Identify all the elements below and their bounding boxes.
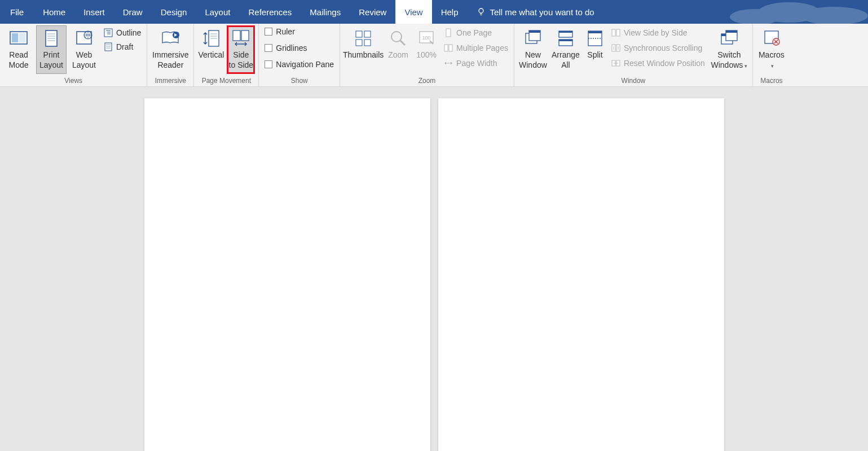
group-immersive: Immersive Reader Immersive bbox=[147, 24, 194, 86]
svg-rect-42 bbox=[529, 30, 540, 33]
lightbulb-icon bbox=[477, 7, 486, 16]
print-layout-icon bbox=[41, 28, 61, 49]
one-page-button: One Page bbox=[442, 28, 510, 38]
outline-icon bbox=[104, 28, 113, 37]
tab-draw[interactable]: Draw bbox=[114, 0, 152, 24]
new-window-button[interactable]: New Window bbox=[518, 25, 548, 74]
split-icon bbox=[585, 28, 605, 49]
draft-icon bbox=[104, 42, 113, 51]
svg-rect-51 bbox=[616, 29, 620, 36]
group-show: Ruler Gridlines Navigation Pane Show bbox=[259, 24, 340, 86]
tell-me-label: Tell me what you want to do bbox=[490, 7, 594, 17]
svg-rect-28 bbox=[241, 30, 249, 41]
print-layout-button[interactable]: Print Layout bbox=[36, 25, 67, 74]
page-width-icon bbox=[444, 59, 453, 68]
hundred-percent-button: 100 100% bbox=[413, 25, 439, 74]
svg-rect-44 bbox=[559, 31, 572, 33]
multiple-pages-button: Multiple Pages bbox=[442, 43, 510, 54]
group-zoom: Thumbnails Zoom 100 100% One Page bbox=[340, 24, 514, 86]
svg-point-2 bbox=[758, 2, 820, 23]
gridlines-checkbox[interactable]: Gridlines bbox=[262, 43, 336, 54]
macros-button[interactable]: Macros▾ bbox=[756, 25, 787, 74]
svg-rect-59 bbox=[726, 30, 737, 33]
immersive-reader-icon bbox=[160, 28, 180, 49]
group-window: New Window Arrange All Split View Side b… bbox=[514, 24, 753, 86]
group-show-label: Show bbox=[262, 76, 336, 86]
group-macros: Macros▾ Macros bbox=[753, 24, 790, 86]
svg-rect-48 bbox=[588, 31, 602, 33]
tab-mailings[interactable]: Mailings bbox=[301, 0, 350, 24]
tab-review[interactable]: Review bbox=[350, 0, 395, 24]
one-page-icon bbox=[444, 28, 453, 37]
group-macros-label: Macros bbox=[756, 76, 787, 86]
vertical-icon bbox=[201, 28, 221, 49]
checkbox-icon bbox=[265, 44, 272, 52]
ruler-checkbox[interactable]: Ruler bbox=[262, 27, 336, 37]
svg-rect-50 bbox=[612, 29, 615, 36]
reset-window-position-icon bbox=[611, 59, 620, 68]
macros-icon bbox=[761, 28, 782, 49]
tab-layout[interactable]: Layout bbox=[196, 0, 239, 24]
svg-rect-32 bbox=[364, 40, 371, 46]
switch-windows-button[interactable]: Switch Windows▾ bbox=[710, 25, 749, 74]
group-window-label: Window bbox=[518, 76, 749, 86]
zoom-button: Zoom bbox=[385, 25, 411, 74]
tab-insert[interactable]: Insert bbox=[74, 0, 114, 24]
group-views: Read Mode Print Layout Web Layout Outlin… bbox=[0, 24, 147, 86]
arrange-all-icon bbox=[556, 28, 576, 49]
svg-point-3 bbox=[800, 7, 868, 24]
svg-rect-46 bbox=[559, 40, 572, 41]
outline-button[interactable]: Outline bbox=[102, 28, 143, 38]
thumbnails-icon bbox=[353, 28, 373, 49]
view-side-by-side-button: View Side by Side bbox=[609, 28, 707, 38]
chevron-down-icon: ▾ bbox=[744, 63, 747, 69]
tab-view[interactable]: View bbox=[395, 0, 431, 24]
navigation-pane-checkbox[interactable]: Navigation Pane bbox=[262, 59, 336, 70]
menubar: File Home Insert Draw Design Layout Refe… bbox=[0, 0, 868, 24]
document-canvas[interactable] bbox=[0, 87, 868, 451]
tab-file[interactable]: File bbox=[0, 0, 34, 24]
svg-rect-31 bbox=[356, 40, 362, 46]
vertical-button[interactable]: Vertical bbox=[197, 25, 224, 74]
split-button[interactable]: Split bbox=[583, 25, 607, 74]
svg-point-0 bbox=[479, 8, 483, 13]
synchronous-scrolling-button: Synchronous Scrolling bbox=[609, 43, 707, 54]
side-to-side-icon bbox=[231, 28, 251, 49]
tab-home[interactable]: Home bbox=[34, 0, 74, 24]
ribbon: Read Mode Print Layout Web Layout Outlin… bbox=[0, 24, 868, 87]
svg-rect-18 bbox=[105, 43, 112, 51]
svg-point-1 bbox=[730, 9, 781, 24]
tab-help[interactable]: Help bbox=[432, 0, 468, 24]
document-page[interactable] bbox=[144, 98, 430, 451]
arrange-all-button[interactable]: Arrange All bbox=[550, 25, 581, 74]
tell-me-search[interactable]: Tell me what you want to do bbox=[471, 0, 600, 24]
document-page[interactable] bbox=[438, 98, 724, 451]
svg-rect-29 bbox=[356, 31, 362, 37]
decorative-clouds bbox=[721, 0, 868, 24]
group-page-movement-label: Page Movement bbox=[197, 76, 255, 86]
group-views-label: Views bbox=[3, 76, 143, 86]
switch-windows-icon bbox=[719, 28, 739, 49]
group-immersive-label: Immersive bbox=[151, 76, 190, 86]
web-layout-button[interactable]: Web Layout bbox=[69, 25, 99, 74]
zoom-icon bbox=[388, 28, 408, 49]
side-to-side-button[interactable]: Side to Side bbox=[227, 25, 255, 74]
reset-window-position-button: Reset Window Position bbox=[609, 58, 707, 69]
chevron-down-icon: ▾ bbox=[771, 63, 774, 69]
immersive-reader-button[interactable]: Immersive Reader bbox=[151, 25, 190, 74]
tab-references[interactable]: References bbox=[239, 0, 301, 24]
svg-line-34 bbox=[400, 41, 405, 45]
read-mode-button[interactable]: Read Mode bbox=[3, 25, 34, 74]
multiple-pages-icon bbox=[444, 43, 453, 52]
thumbnails-button[interactable]: Thumbnails bbox=[343, 25, 383, 74]
tab-design[interactable]: Design bbox=[152, 0, 196, 24]
read-mode-icon bbox=[8, 28, 29, 49]
svg-rect-39 bbox=[449, 45, 452, 51]
draft-button[interactable]: Draft bbox=[102, 42, 143, 52]
svg-text:100: 100 bbox=[422, 35, 431, 41]
group-page-movement: Vertical Side to Side Page Movement bbox=[194, 24, 259, 86]
new-window-icon bbox=[523, 28, 543, 49]
svg-rect-30 bbox=[364, 31, 371, 37]
checkbox-icon bbox=[265, 60, 272, 68]
synchronous-scrolling-icon bbox=[611, 43, 620, 52]
